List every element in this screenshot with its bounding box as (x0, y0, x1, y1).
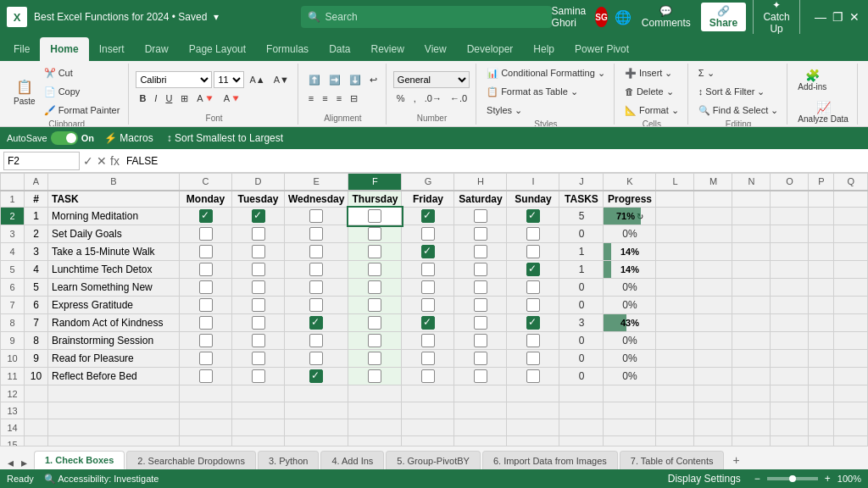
cell-day-3-0[interactable] (180, 225, 232, 243)
col-header-b[interactable]: B (48, 174, 180, 191)
cell-empty-13-7[interactable] (454, 402, 507, 419)
cell-extra-4-1[interactable] (694, 243, 732, 261)
cell-extra-10-1[interactable] (694, 350, 732, 368)
cell-empty-12-5[interactable] (348, 385, 402, 402)
cell-empty-15-7[interactable] (454, 436, 507, 446)
formula-fx[interactable]: fx (110, 154, 120, 168)
percent-button[interactable]: % (393, 90, 409, 107)
tab-view[interactable]: View (415, 37, 457, 61)
autosave-toggle[interactable]: AutoSave On (7, 131, 94, 145)
checkbox-9-6[interactable] (526, 334, 540, 347)
tab-home[interactable]: Home (40, 37, 88, 61)
checkbox-3-2[interactable] (309, 227, 323, 241)
checkbox-8-5[interactable] (474, 316, 487, 330)
checkbox-5-5[interactable] (474, 263, 487, 276)
cell-empty-13-0[interactable] (25, 402, 48, 419)
checkbox-3-0[interactable] (199, 227, 213, 241)
col-header-n[interactable]: N (732, 174, 771, 191)
cell-empty-15-2[interactable] (180, 436, 232, 446)
tab-formulas[interactable]: Formulas (256, 37, 319, 61)
cell-extra-11-4[interactable] (809, 368, 834, 385)
cell-tasks-5[interactable]: 1 (559, 261, 604, 279)
paste-button[interactable]: 📋 Paste (10, 70, 39, 114)
cell-extra-5-4[interactable] (809, 261, 834, 279)
cell-day-10-2[interactable] (285, 350, 348, 368)
cell-tasks-7[interactable]: 0 (559, 297, 604, 314)
cell-day-4-3[interactable] (348, 243, 402, 261)
checkbox-4-3[interactable] (368, 245, 381, 258)
cell-day-4-4[interactable] (402, 243, 454, 261)
cell-day-10-3[interactable] (348, 350, 402, 368)
col-header-p[interactable]: P (809, 174, 834, 191)
italic-button[interactable]: I (151, 90, 160, 107)
cell-empty-13-12[interactable] (694, 402, 732, 419)
cell-extra-6-4[interactable] (809, 279, 834, 297)
cell-tasks-10[interactable]: 0 (559, 350, 604, 368)
checkbox-9-1[interactable] (252, 334, 265, 347)
align-bottom-button[interactable]: ⬇️ (346, 71, 364, 88)
checkbox-4-1[interactable] (252, 245, 265, 258)
checkbox-2-0[interactable] (199, 209, 213, 223)
cell-extra-9-2[interactable] (732, 332, 771, 350)
cell-extra-11-0[interactable] (656, 368, 694, 385)
cell-day-6-0[interactable] (180, 279, 232, 297)
checkbox-10-6[interactable] (526, 352, 540, 365)
checkbox-5-1[interactable] (252, 263, 265, 276)
cell-extra-5-5[interactable] (834, 261, 868, 279)
cell-day-9-6[interactable] (507, 332, 559, 350)
checkbox-7-6[interactable] (526, 298, 540, 312)
checkbox-3-1[interactable] (252, 227, 265, 241)
comma-button[interactable]: , (410, 90, 420, 107)
delete-button[interactable]: 🗑 Delete ⌄ (621, 84, 677, 101)
cell-day-6-3[interactable] (348, 279, 402, 297)
cell-extra-3-1[interactable] (694, 225, 732, 243)
tab-power-pivot[interactable]: Power Pivot (565, 37, 639, 61)
cell-day-2-1[interactable] (232, 208, 285, 225)
cell-day-5-1[interactable] (232, 261, 285, 279)
cell-empty-15-0[interactable] (25, 436, 48, 446)
checkbox-8-3[interactable] (368, 316, 381, 330)
cell-day-4-2[interactable] (285, 243, 348, 261)
bold-button[interactable]: B (136, 90, 149, 107)
checkbox-9-4[interactable] (421, 334, 435, 347)
cell-day-8-1[interactable] (232, 314, 285, 332)
sheet-tab-5[interactable]: 5. Group-PivotBY (386, 451, 481, 469)
cell-extra-5-2[interactable] (732, 261, 771, 279)
cell-empty-13-6[interactable] (402, 402, 454, 419)
checkbox-7-0[interactable] (199, 298, 213, 312)
checkbox-10-4[interactable] (421, 352, 435, 365)
cell-empty-15-8[interactable] (507, 436, 559, 446)
formula-check[interactable]: ✓ (83, 154, 93, 168)
cell-day-11-0[interactable] (180, 368, 232, 385)
checkbox-4-2[interactable] (309, 245, 323, 258)
add-sheet-button[interactable]: + (726, 451, 746, 469)
cell-empty-13-8[interactable] (507, 402, 559, 419)
col-header-e[interactable]: E (285, 174, 348, 191)
cell-extra-3-3[interactable] (771, 225, 809, 243)
checkbox-9-0[interactable] (199, 334, 213, 347)
cell-id-5[interactable]: 4 (25, 261, 48, 279)
cell-empty-14-5[interactable] (348, 419, 402, 436)
share-button[interactable]: 🔗 Share (701, 3, 746, 31)
cell-empty-12-10[interactable] (604, 385, 656, 402)
sheet-nav-left[interactable]: ◂ (3, 456, 17, 469)
checkbox-4-6[interactable] (526, 245, 540, 258)
cell-extra-4-3[interactable] (771, 243, 809, 261)
cell-day-8-3[interactable] (348, 314, 402, 332)
cell-empty-14-14[interactable] (771, 419, 809, 436)
cell-extra-11-2[interactable] (732, 368, 771, 385)
checkbox-4-0[interactable] (199, 245, 213, 258)
checkbox-5-3[interactable] (368, 263, 381, 276)
cell-day-8-6[interactable] (507, 314, 559, 332)
checkbox-8-2[interactable] (309, 316, 323, 330)
cell-extra-3-4[interactable] (809, 225, 834, 243)
cell-day-5-5[interactable] (454, 261, 507, 279)
cell-tasks-4[interactable]: 1 (559, 243, 604, 261)
checkbox-8-6[interactable] (526, 316, 540, 330)
cell-empty-14-15[interactable] (809, 419, 834, 436)
cell-extra-10-3[interactable] (771, 350, 809, 368)
cell-extra-6-2[interactable] (732, 279, 771, 297)
analyze-data-button[interactable]: 📈 Analyze Data (794, 97, 851, 128)
cell-extra-9-0[interactable] (656, 332, 694, 350)
cell-id-10[interactable]: 9 (25, 350, 48, 368)
